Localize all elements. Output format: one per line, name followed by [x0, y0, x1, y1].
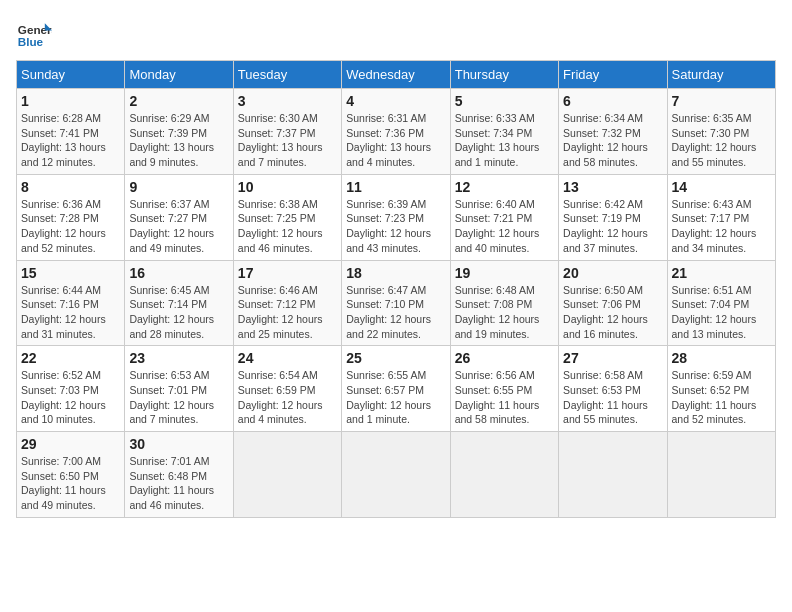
calendar-week-row: 1 Sunrise: 6:28 AM Sunset: 7:41 PM Dayli…: [17, 89, 776, 175]
calendar-cell: 6 Sunrise: 6:34 AM Sunset: 7:32 PM Dayli…: [559, 89, 667, 175]
calendar-cell: 10 Sunrise: 6:38 AM Sunset: 7:25 PM Dayl…: [233, 174, 341, 260]
day-detail: Sunrise: 6:36 AM Sunset: 7:28 PM Dayligh…: [21, 197, 120, 256]
calendar-cell: 3 Sunrise: 6:30 AM Sunset: 7:37 PM Dayli…: [233, 89, 341, 175]
calendar-week-row: 15 Sunrise: 6:44 AM Sunset: 7:16 PM Dayl…: [17, 260, 776, 346]
day-detail: Sunrise: 6:56 AM Sunset: 6:55 PM Dayligh…: [455, 368, 554, 427]
calendar-header-row: SundayMondayTuesdayWednesdayThursdayFrid…: [17, 61, 776, 89]
day-number: 16: [129, 265, 228, 281]
day-detail: Sunrise: 6:37 AM Sunset: 7:27 PM Dayligh…: [129, 197, 228, 256]
day-number: 14: [672, 179, 771, 195]
calendar-cell: 1 Sunrise: 6:28 AM Sunset: 7:41 PM Dayli…: [17, 89, 125, 175]
logo-icon: General Blue: [16, 16, 52, 52]
calendar-cell: 13 Sunrise: 6:42 AM Sunset: 7:19 PM Dayl…: [559, 174, 667, 260]
calendar-cell: 25 Sunrise: 6:55 AM Sunset: 6:57 PM Dayl…: [342, 346, 450, 432]
day-number: 8: [21, 179, 120, 195]
day-detail: Sunrise: 6:39 AM Sunset: 7:23 PM Dayligh…: [346, 197, 445, 256]
day-detail: Sunrise: 6:31 AM Sunset: 7:36 PM Dayligh…: [346, 111, 445, 170]
calendar-cell: 12 Sunrise: 6:40 AM Sunset: 7:21 PM Dayl…: [450, 174, 558, 260]
calendar-cell: 30 Sunrise: 7:01 AM Sunset: 6:48 PM Dayl…: [125, 432, 233, 518]
calendar-cell: [450, 432, 558, 518]
day-number: 12: [455, 179, 554, 195]
calendar-week-row: 22 Sunrise: 6:52 AM Sunset: 7:03 PM Dayl…: [17, 346, 776, 432]
day-number: 30: [129, 436, 228, 452]
calendar-cell: 18 Sunrise: 6:47 AM Sunset: 7:10 PM Dayl…: [342, 260, 450, 346]
calendar-header-wednesday: Wednesday: [342, 61, 450, 89]
calendar-cell: [667, 432, 775, 518]
day-detail: Sunrise: 6:45 AM Sunset: 7:14 PM Dayligh…: [129, 283, 228, 342]
day-number: 29: [21, 436, 120, 452]
calendar-cell: [233, 432, 341, 518]
calendar-header-monday: Monday: [125, 61, 233, 89]
day-number: 2: [129, 93, 228, 109]
day-number: 26: [455, 350, 554, 366]
calendar-cell: 7 Sunrise: 6:35 AM Sunset: 7:30 PM Dayli…: [667, 89, 775, 175]
calendar-cell: 17 Sunrise: 6:46 AM Sunset: 7:12 PM Dayl…: [233, 260, 341, 346]
day-detail: Sunrise: 7:01 AM Sunset: 6:48 PM Dayligh…: [129, 454, 228, 513]
day-number: 27: [563, 350, 662, 366]
day-detail: Sunrise: 6:30 AM Sunset: 7:37 PM Dayligh…: [238, 111, 337, 170]
day-detail: Sunrise: 6:52 AM Sunset: 7:03 PM Dayligh…: [21, 368, 120, 427]
day-detail: Sunrise: 6:47 AM Sunset: 7:10 PM Dayligh…: [346, 283, 445, 342]
day-detail: Sunrise: 6:34 AM Sunset: 7:32 PM Dayligh…: [563, 111, 662, 170]
calendar-cell: 21 Sunrise: 6:51 AM Sunset: 7:04 PM Dayl…: [667, 260, 775, 346]
calendar-cell: 26 Sunrise: 6:56 AM Sunset: 6:55 PM Dayl…: [450, 346, 558, 432]
day-number: 10: [238, 179, 337, 195]
calendar-cell: 8 Sunrise: 6:36 AM Sunset: 7:28 PM Dayli…: [17, 174, 125, 260]
day-number: 1: [21, 93, 120, 109]
day-detail: Sunrise: 6:40 AM Sunset: 7:21 PM Dayligh…: [455, 197, 554, 256]
calendar-cell: 28 Sunrise: 6:59 AM Sunset: 6:52 PM Dayl…: [667, 346, 775, 432]
day-detail: Sunrise: 6:54 AM Sunset: 6:59 PM Dayligh…: [238, 368, 337, 427]
day-detail: Sunrise: 6:58 AM Sunset: 6:53 PM Dayligh…: [563, 368, 662, 427]
day-detail: Sunrise: 6:51 AM Sunset: 7:04 PM Dayligh…: [672, 283, 771, 342]
day-number: 25: [346, 350, 445, 366]
calendar-header-saturday: Saturday: [667, 61, 775, 89]
day-detail: Sunrise: 6:48 AM Sunset: 7:08 PM Dayligh…: [455, 283, 554, 342]
day-number: 4: [346, 93, 445, 109]
day-number: 15: [21, 265, 120, 281]
day-number: 9: [129, 179, 228, 195]
day-detail: Sunrise: 6:43 AM Sunset: 7:17 PM Dayligh…: [672, 197, 771, 256]
calendar-week-row: 29 Sunrise: 7:00 AM Sunset: 6:50 PM Dayl…: [17, 432, 776, 518]
calendar-cell: 4 Sunrise: 6:31 AM Sunset: 7:36 PM Dayli…: [342, 89, 450, 175]
header: General Blue: [16, 16, 776, 52]
calendar-cell: 22 Sunrise: 6:52 AM Sunset: 7:03 PM Dayl…: [17, 346, 125, 432]
calendar-header-thursday: Thursday: [450, 61, 558, 89]
svg-text:Blue: Blue: [18, 35, 44, 48]
day-number: 24: [238, 350, 337, 366]
calendar-cell: 9 Sunrise: 6:37 AM Sunset: 7:27 PM Dayli…: [125, 174, 233, 260]
day-detail: Sunrise: 6:33 AM Sunset: 7:34 PM Dayligh…: [455, 111, 554, 170]
calendar-cell: 16 Sunrise: 6:45 AM Sunset: 7:14 PM Dayl…: [125, 260, 233, 346]
day-number: 28: [672, 350, 771, 366]
calendar-cell: 5 Sunrise: 6:33 AM Sunset: 7:34 PM Dayli…: [450, 89, 558, 175]
day-detail: Sunrise: 6:46 AM Sunset: 7:12 PM Dayligh…: [238, 283, 337, 342]
day-detail: Sunrise: 6:29 AM Sunset: 7:39 PM Dayligh…: [129, 111, 228, 170]
calendar-cell: 11 Sunrise: 6:39 AM Sunset: 7:23 PM Dayl…: [342, 174, 450, 260]
day-number: 5: [455, 93, 554, 109]
day-number: 21: [672, 265, 771, 281]
calendar-week-row: 8 Sunrise: 6:36 AM Sunset: 7:28 PM Dayli…: [17, 174, 776, 260]
calendar-cell: 29 Sunrise: 7:00 AM Sunset: 6:50 PM Dayl…: [17, 432, 125, 518]
day-number: 20: [563, 265, 662, 281]
day-number: 22: [21, 350, 120, 366]
day-number: 7: [672, 93, 771, 109]
day-detail: Sunrise: 7:00 AM Sunset: 6:50 PM Dayligh…: [21, 454, 120, 513]
day-detail: Sunrise: 6:35 AM Sunset: 7:30 PM Dayligh…: [672, 111, 771, 170]
calendar-cell: 23 Sunrise: 6:53 AM Sunset: 7:01 PM Dayl…: [125, 346, 233, 432]
calendar-cell: [559, 432, 667, 518]
day-detail: Sunrise: 6:38 AM Sunset: 7:25 PM Dayligh…: [238, 197, 337, 256]
day-number: 17: [238, 265, 337, 281]
day-number: 18: [346, 265, 445, 281]
day-detail: Sunrise: 6:55 AM Sunset: 6:57 PM Dayligh…: [346, 368, 445, 427]
day-detail: Sunrise: 6:42 AM Sunset: 7:19 PM Dayligh…: [563, 197, 662, 256]
day-number: 13: [563, 179, 662, 195]
calendar-cell: 19 Sunrise: 6:48 AM Sunset: 7:08 PM Dayl…: [450, 260, 558, 346]
day-detail: Sunrise: 6:28 AM Sunset: 7:41 PM Dayligh…: [21, 111, 120, 170]
calendar-header-tuesday: Tuesday: [233, 61, 341, 89]
day-number: 23: [129, 350, 228, 366]
calendar-header-sunday: Sunday: [17, 61, 125, 89]
calendar-cell: 27 Sunrise: 6:58 AM Sunset: 6:53 PM Dayl…: [559, 346, 667, 432]
calendar-cell: 2 Sunrise: 6:29 AM Sunset: 7:39 PM Dayli…: [125, 89, 233, 175]
calendar-header-friday: Friday: [559, 61, 667, 89]
day-detail: Sunrise: 6:44 AM Sunset: 7:16 PM Dayligh…: [21, 283, 120, 342]
logo: General Blue: [16, 16, 52, 52]
